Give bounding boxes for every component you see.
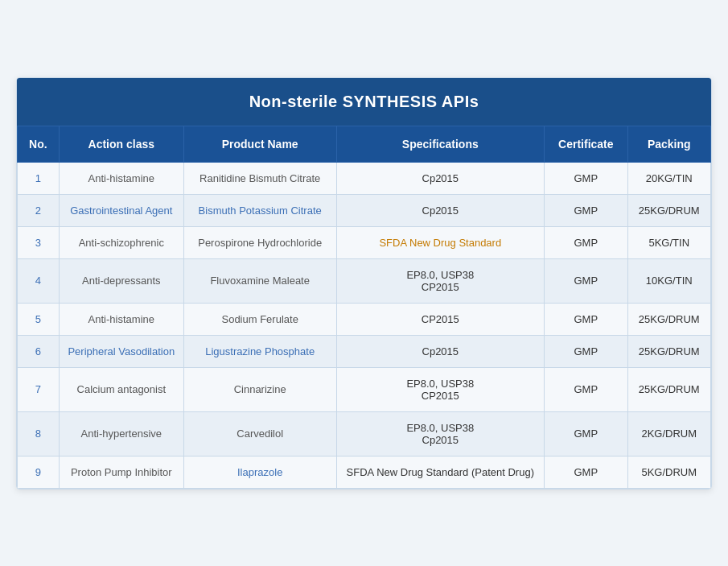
cell-cert: GMP — [545, 456, 627, 488]
cell-action: Anti-schizophrenic — [59, 226, 183, 258]
cell-action: Calcium antagonist — [59, 367, 183, 411]
cell-cert: GMP — [545, 258, 627, 303]
cell-spec: Cp2015 — [336, 162, 545, 194]
cell-no: 6 — [18, 335, 60, 367]
header-row: No. Action class Product Name Specificat… — [18, 126, 711, 162]
cell-pack: 5KG/DRUM — [627, 456, 710, 488]
cell-product: Cinnarizine — [183, 367, 336, 411]
cell-spec: Cp2015 — [336, 194, 545, 226]
cell-no: 5 — [18, 303, 60, 335]
cell-product: Carvedilol — [183, 411, 336, 456]
cell-cert: GMP — [545, 194, 627, 226]
table-row: 1Anti-histamineRanitidine Bismuth Citrat… — [18, 162, 711, 194]
cell-action: Peripheral Vasodilation — [59, 335, 183, 367]
cell-action: Anti-depressants — [59, 258, 183, 303]
cell-cert: GMP — [545, 367, 627, 411]
cell-product: Ligustrazine Phosphate — [183, 335, 336, 367]
cell-action: Anti-hypertensive — [59, 411, 183, 456]
cell-spec: EP8.0, USP38CP2015 — [336, 258, 545, 303]
table-row: 6Peripheral VasodilationLigustrazine Pho… — [18, 335, 711, 367]
table-row: 4Anti-depressantsFluvoxamine MaleateEP8.… — [18, 258, 711, 303]
cell-product: Bismuth Potassium Citrate — [183, 194, 336, 226]
table-body: 1Anti-histamineRanitidine Bismuth Citrat… — [18, 162, 711, 488]
cell-action: Anti-histamine — [59, 303, 183, 335]
cell-no: 8 — [18, 411, 60, 456]
cell-no: 2 — [18, 194, 60, 226]
table-row: 5Anti-histamineSodium FerulateCP2015GMP2… — [18, 303, 711, 335]
table-row: 2Gastrointestinal AgentBismuth Potassium… — [18, 194, 711, 226]
cell-no: 1 — [18, 162, 60, 194]
cell-pack: 25KG/DRUM — [627, 335, 710, 367]
cell-cert: GMP — [545, 226, 627, 258]
table-row: 9Proton Pump InhibitorIlaprazoleSFDA New… — [18, 456, 711, 488]
cell-pack: 20KG/TIN — [627, 162, 710, 194]
cell-cert: GMP — [545, 411, 627, 456]
header-no: No. — [18, 126, 60, 162]
cell-no: 7 — [18, 367, 60, 411]
header-product: Product Name — [183, 126, 336, 162]
table-row: 7Calcium antagonistCinnarizineEP8.0, USP… — [18, 367, 711, 411]
cell-spec: EP8.0, USP38CP2015 — [336, 367, 545, 411]
cell-cert: GMP — [545, 162, 627, 194]
cell-pack: 25KG/DRUM — [627, 367, 710, 411]
cell-spec: CP2015 — [336, 303, 545, 335]
cell-product: Ilaprazole — [183, 456, 336, 488]
cell-no: 4 — [18, 258, 60, 303]
cell-product: Ranitidine Bismuth Citrate — [183, 162, 336, 194]
main-container: Non-sterile SYNTHESIS APIs No. Action cl… — [16, 77, 712, 490]
cell-pack: 25KG/DRUM — [627, 194, 710, 226]
cell-action: Gastrointestinal Agent — [59, 194, 183, 226]
cell-pack: 10KG/TIN — [627, 258, 710, 303]
cell-product: Perospirone Hydrochloride — [183, 226, 336, 258]
cell-pack: 25KG/DRUM — [627, 303, 710, 335]
table-title: Non-sterile SYNTHESIS APIs — [17, 78, 711, 126]
table-row: 8Anti-hypertensiveCarvedilolEP8.0, USP38… — [18, 411, 711, 456]
header-pack: Packing — [627, 126, 710, 162]
cell-product: Sodium Ferulate — [183, 303, 336, 335]
cell-no: 9 — [18, 456, 60, 488]
header-action: Action class — [59, 126, 183, 162]
cell-pack: 2KG/DRUM — [627, 411, 710, 456]
header-spec: Specifications — [336, 126, 545, 162]
cell-action: Proton Pump Inhibitor — [59, 456, 183, 488]
cell-product: Fluvoxamine Maleate — [183, 258, 336, 303]
data-table: No. Action class Product Name Specificat… — [17, 126, 711, 489]
cell-spec: Cp2015 — [336, 335, 545, 367]
cell-spec: SFDA New Drug Standard (Patent Drug) — [336, 456, 545, 488]
cell-cert: GMP — [545, 335, 627, 367]
cell-spec: SFDA New Drug Standard — [336, 226, 545, 258]
cell-no: 3 — [18, 226, 60, 258]
table-row: 3Anti-schizophrenicPerospirone Hydrochlo… — [18, 226, 711, 258]
header-cert: Certificate — [545, 126, 627, 162]
cell-action: Anti-histamine — [59, 162, 183, 194]
cell-spec: EP8.0, USP38Cp2015 — [336, 411, 545, 456]
cell-pack: 5KG/TIN — [627, 226, 710, 258]
cell-cert: GMP — [545, 303, 627, 335]
